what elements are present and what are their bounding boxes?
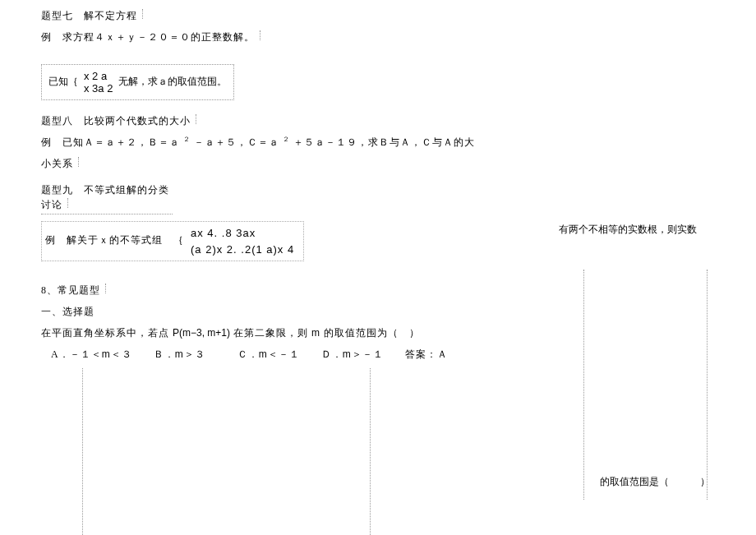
d-tail: ＞－１ 答案：Ａ xyxy=(352,348,448,360)
lead: 在平面直角坐标系中，若点 xyxy=(41,327,169,339)
dotted-vline xyxy=(370,368,371,535)
text: 题型七 解不定方程 xyxy=(41,10,137,21)
text: 题型九 不等式组解的分类讨论 xyxy=(41,184,169,210)
a-lead: A．－１＜ xyxy=(51,348,102,360)
sys-row-1: ax 4. .8 3ax xyxy=(191,225,294,242)
lead: 已知｛ xyxy=(48,76,78,87)
section-7-title: 题型七 解不定方程 xyxy=(41,8,715,23)
answer-choices: A．－１＜m＜３ Ｂ．m＞３ Ｃ．m＜－１ Ｄ．m＞－１ 答案：Ａ xyxy=(41,347,715,362)
tail: ＋５ａ－１９，求Ｂ与Ａ，Ｃ与Ａ的大 xyxy=(293,136,475,148)
right-note-1: 有两个不相等的实数根，则实数 xyxy=(559,223,697,237)
system-brace: ax 4. .8 3ax (a 2)x 2. .2(1 a)x 4 xyxy=(191,225,294,257)
section-9-example: 例 解关于ｘ的不等式组 ｛ ax 4. .8 3ax (a 2)x 2. .2(… xyxy=(41,221,304,261)
divider xyxy=(196,114,196,124)
tail: 在第二象限，则 xyxy=(233,327,308,339)
text: 小关系 xyxy=(41,158,73,169)
divider xyxy=(67,198,68,208)
row1: x 2 a xyxy=(84,70,113,82)
text: 8、常见题型 xyxy=(41,284,100,296)
section-8-title: 题型八 比较两个代数式的大小 xyxy=(41,113,715,128)
section-8-example: 例 已知Ａ＝ａ＋２，Ｂ＝ａ ２ －ａ＋５，Ｃ＝ａ ２ ＋５ａ－１９，求Ｂ与Ａ，Ｃ… xyxy=(41,135,715,150)
dotted-vline xyxy=(82,368,83,535)
common-sub1: 一、选择题 xyxy=(41,304,715,319)
divider xyxy=(78,157,79,167)
common-desc: 在平面直角坐标系中，若点 P(m−3, m+1) 在第二象限，则 m 的取值范围… xyxy=(41,325,715,340)
m: m xyxy=(102,348,111,360)
m: m xyxy=(259,348,268,360)
tail: 无解，求ａ的取值范围。 xyxy=(118,76,227,87)
divider xyxy=(260,30,260,40)
m-var: m xyxy=(311,327,320,339)
a-tail: ＜３ Ｂ． xyxy=(111,348,175,360)
system-brace: x 2 a x 3a 2 xyxy=(84,70,113,95)
exp: ２ xyxy=(183,136,191,143)
lead: 例 解关于ｘ的不等式组 ｛ xyxy=(45,234,184,246)
exp: ２ xyxy=(283,136,290,143)
divider xyxy=(142,9,143,19)
row2: x 3a 2 xyxy=(84,82,113,95)
text: 一、选择题 xyxy=(41,306,94,317)
dotted-vline xyxy=(707,270,708,500)
point: P(m−3, m+1) xyxy=(173,327,230,339)
b-tail: ＞３ Ｃ． xyxy=(184,348,259,360)
mid: －ａ＋５，Ｃ＝ａ xyxy=(194,136,279,148)
end: 的取值范围为（ ） xyxy=(324,327,420,339)
text: 题型八 比较两个代数式的大小 xyxy=(41,115,191,127)
section-9-title: 题型九 不等式组解的分类讨论 xyxy=(41,182,173,214)
sys-row-2: (a 2)x 2. .2(1 a)x 4 xyxy=(191,242,294,258)
c-tail: ＜－１ Ｄ． xyxy=(268,348,343,360)
text: 例 求方程４ｘ＋ｙ－２０＝０的正整数解。 xyxy=(41,31,255,43)
m: m xyxy=(175,348,184,360)
divider xyxy=(105,284,106,293)
right-note-2: 的取值范围是（ ） xyxy=(600,475,710,489)
close: ） xyxy=(700,476,710,487)
boxed-given-1: 已知｛ x 2 a x 3a 2 无解，求ａ的取值范围。 xyxy=(41,64,234,100)
section-8-example-cont: 小关系 xyxy=(41,156,715,171)
lead: 例 已知Ａ＝ａ＋２，Ｂ＝ａ xyxy=(41,136,180,148)
m: m xyxy=(343,348,352,360)
text: 有两个不相等的实数根，则实数 xyxy=(559,224,697,235)
spacing-block: 的取值范围是（ ） xyxy=(41,368,715,535)
section-7-example: 例 求方程４ｘ＋ｙ－２０＝０的正整数解。 xyxy=(41,30,715,44)
text: 的取值范围是（ xyxy=(600,476,669,487)
common-heading: 8、常见题型 xyxy=(41,283,715,297)
dotted-vline xyxy=(583,270,584,500)
